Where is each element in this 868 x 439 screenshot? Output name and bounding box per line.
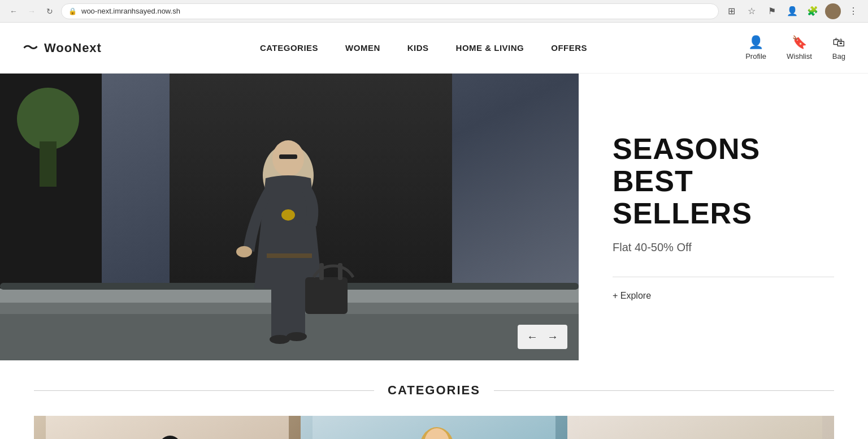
wishlist-icon: 🔖 [792, 35, 807, 50]
wishlist-label: Wishlist [787, 52, 812, 61]
logo-text: WooNext [44, 41, 102, 55]
prev-slide-button[interactable]: ← [527, 330, 538, 343]
forward-button[interactable]: → [25, 5, 38, 18]
logo[interactable]: 〜 WooNext [23, 37, 102, 59]
nav-women[interactable]: WOMEN [345, 43, 380, 53]
category-card-women[interactable] [301, 416, 567, 439]
profile-label: Profile [745, 52, 766, 61]
profile-icon: 👤 [748, 35, 763, 50]
svg-rect-19 [319, 263, 324, 280]
nav-home-living[interactable]: HOME & LIVING [456, 43, 524, 53]
svg-rect-11 [279, 154, 297, 159]
account-icon[interactable]: 👤 [784, 3, 800, 19]
section-header: CATEGORIES [34, 383, 834, 398]
bag-icon: 🛍 [832, 35, 845, 50]
hero-image-bg [0, 74, 579, 360]
browser-chrome: ← → ↻ 🔒 woo-next.imranhsayed.now.sh ⊞ ☆ … [0, 0, 868, 23]
refresh-button[interactable]: ↻ [43, 5, 57, 18]
url-text: woo-next.imranhsayed.now.sh [81, 7, 180, 15]
extensions-icon[interactable]: 🧩 [805, 3, 821, 19]
svg-point-12 [236, 246, 252, 257]
url-bar[interactable]: 🔒 woo-next.imranhsayed.now.sh [61, 3, 719, 19]
categories-grid [34, 416, 834, 439]
svg-rect-22 [46, 416, 289, 439]
svg-point-21 [281, 209, 295, 221]
flag-icon[interactable]: ⚑ [764, 3, 780, 19]
nav-offers[interactable]: OFFERS [551, 43, 587, 53]
screenshot-icon[interactable]: ⊞ [723, 3, 739, 19]
profile-button[interactable]: 👤 Profile [745, 35, 766, 61]
profile-avatar[interactable] [825, 3, 841, 19]
hero-title-line2: BEST SELLERS [613, 165, 834, 230]
category-card-home[interactable] [567, 416, 834, 439]
svg-point-3 [17, 88, 79, 150]
divider-left [34, 390, 374, 391]
hero-content: SEASONS BEST SELLERS Flat 40-50% Off + E… [579, 74, 868, 360]
svg-rect-4 [40, 141, 57, 187]
hero-divider [613, 277, 834, 277]
svg-rect-13 [271, 272, 288, 339]
categories-section: CATEGORIES [0, 360, 868, 439]
more-menu-icon[interactable]: ⋮ [845, 3, 861, 19]
nav-kids[interactable]: KIDS [407, 43, 429, 53]
svg-rect-18 [305, 277, 348, 314]
bookmark-icon[interactable]: ☆ [744, 3, 760, 19]
hero-navigation-arrows: ← → [518, 325, 567, 349]
category-card-men[interactable] [34, 416, 301, 439]
bag-label: Bag [832, 52, 845, 61]
section-title: CATEGORIES [374, 383, 494, 398]
svg-point-16 [287, 332, 307, 341]
svg-rect-29 [579, 416, 822, 439]
main-navigation: CATEGORIES WOMEN KIDS HOME & LIVING OFFE… [260, 43, 587, 53]
svg-rect-17 [267, 253, 312, 258]
browser-toolbar: ⊞ ☆ ⚑ 👤 🧩 ⋮ [723, 3, 861, 19]
back-button[interactable]: ← [7, 5, 20, 18]
hero-image: ← → [0, 74, 579, 360]
wishlist-button[interactable]: 🔖 Wishlist [787, 35, 812, 61]
svg-rect-14 [288, 272, 305, 337]
hero-title-line1: SEASONS [613, 133, 834, 165]
header-actions: 👤 Profile 🔖 Wishlist 🛍 Bag [745, 35, 845, 61]
site-header: 〜 WooNext CATEGORIES WOMEN KIDS HOME & L… [0, 23, 868, 74]
divider-right [494, 390, 834, 391]
logo-icon: 〜 [23, 37, 38, 59]
explore-link[interactable]: + Explore [613, 291, 834, 301]
next-slide-button[interactable]: → [547, 330, 558, 343]
nav-categories[interactable]: CATEGORIES [260, 43, 318, 53]
hero-section: ← → SEASONS BEST SELLERS Flat 40-50% Off… [0, 74, 868, 360]
hero-subtitle: Flat 40-50% Off [613, 241, 834, 254]
svg-rect-20 [338, 263, 342, 280]
lock-icon: 🔒 [68, 7, 77, 15]
bag-button[interactable]: 🛍 Bag [832, 35, 845, 61]
